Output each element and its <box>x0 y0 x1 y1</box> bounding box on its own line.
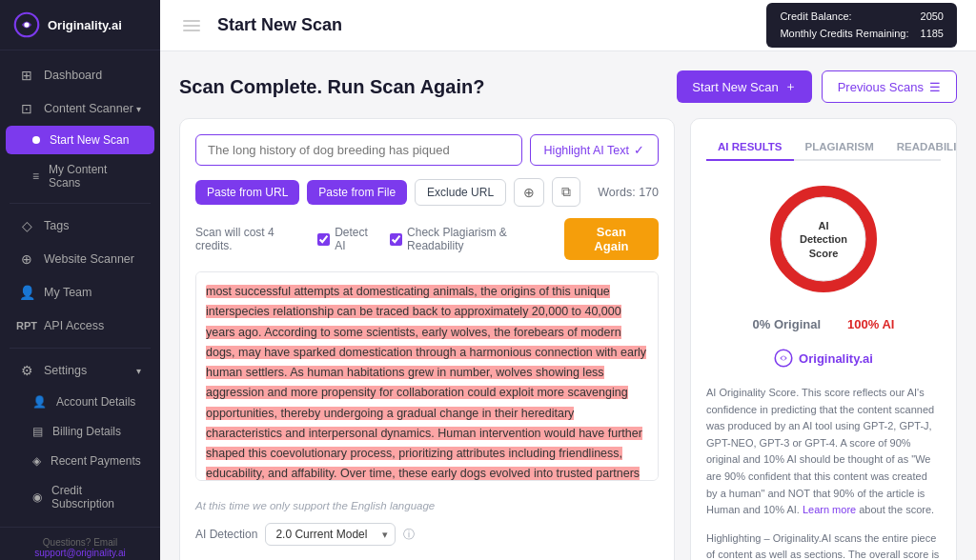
donut-label-line2: Score <box>795 246 852 259</box>
monthly-credits-label: Monthly Credits Remaining: <box>780 26 908 43</box>
sidebar-logo[interactable]: Originality.ai <box>0 0 160 50</box>
sidebar-item-label: Dashboard <box>44 69 102 82</box>
api-access-icon: RPT <box>19 318 34 333</box>
topbar-right: Credit Balance: 2050 Monthly Credits Rem… <box>766 3 957 48</box>
ai-detection-row: AI Detection 2.0 Current Model 1.0 Legac… <box>195 523 659 546</box>
model-info-icon[interactable]: ⓘ <box>403 527 415 543</box>
monthly-credits-value: 1185 <box>921 26 944 43</box>
support-email-link[interactable]: support@originality.ai <box>34 548 126 558</box>
content-scanner-icon: ⊡ <box>19 101 34 116</box>
detect-ai-checkbox[interactable] <box>317 233 330 246</box>
account-details-icon: 👤 <box>32 395 47 409</box>
credit-balance-label: Credit Balance: <box>780 9 851 26</box>
check-icon: ✓ <box>634 143 644 157</box>
website-scanner-label: Website Scanner <box>44 252 134 266</box>
api-access-label: API Access <box>44 319 104 332</box>
start-new-scan-label: Start New Scan <box>692 80 778 94</box>
sidebar-item-account-details[interactable]: 👤 Account Details <box>6 388 154 416</box>
sidebar-item-credit-subscription[interactable]: ◉ Credit Subscription <box>6 476 154 518</box>
plus-icon: ＋ <box>784 78 797 95</box>
logo-text: Originality.ai <box>48 18 122 32</box>
previous-scans-label: Previous Scans <box>838 80 924 94</box>
copy-icon-button[interactable]: ⧉ <box>552 177 580 207</box>
hamburger-line <box>183 30 200 31</box>
ai-pct: 100% <box>847 317 879 331</box>
account-details-label: Account Details <box>56 395 135 409</box>
my-team-icon: 👤 <box>19 285 34 300</box>
donut-chart-container: AI Detection Score <box>706 172 941 306</box>
learn-more-link[interactable]: Learn more <box>803 504 856 515</box>
brand-name: Originality.ai <box>799 351 873 366</box>
dashboard-icon: ⊞ <box>19 68 34 83</box>
sidebar-item-start-new-scan[interactable]: Start New Scan <box>6 126 154 154</box>
highlighted-text: most successful attempts at domesticatin… <box>206 285 646 481</box>
word-count: Words: 170 <box>598 186 659 199</box>
sidebar-item-recent-payments[interactable]: ◈ Recent Payments <box>6 447 154 475</box>
sidebar-item-tags[interactable]: ◇ Tags <box>6 210 154 242</box>
check-plagiarism-checkbox-label[interactable]: Check Plagiarism & Readability <box>390 226 549 252</box>
sidebar-item-content-scanner[interactable]: ⊡ Content Scanner ▾ <box>6 92 154 125</box>
right-panel: AI RESULTS PLAGIARISM READABILITY <box>690 118 957 560</box>
model-select-wrapper[interactable]: 2.0 Current Model 1.0 Legacy Model <box>265 523 396 546</box>
check-plagiarism-checkbox[interactable] <box>390 233 402 246</box>
logo-icon <box>13 11 40 38</box>
sidebar-navigation: ⊞ Dashboard ⊡ Content Scanner ▾ Start Ne… <box>0 50 160 527</box>
paste-from-url-button[interactable]: Paste from URL <box>195 180 299 205</box>
credit-subscription-icon: ◉ <box>32 490 42 504</box>
text-content-area[interactable]: most successful attempts at domesticatin… <box>195 271 659 481</box>
score-row: 0% Original 100% AI <box>706 317 941 331</box>
add-icon-button[interactable]: ⊕ <box>514 178 544 207</box>
donut-chart: AI Detection Score <box>766 182 881 296</box>
two-panel: Highlight AI Text ✓ Paste from URL Paste… <box>179 118 957 560</box>
input-row: Highlight AI Text ✓ <box>195 134 659 166</box>
copy-icon: ⧉ <box>561 184 571 200</box>
tab-plagiarism[interactable]: PLAGIARISM <box>794 134 885 161</box>
content-area: Scan Complete. Run Scan Again? Start New… <box>160 51 976 560</box>
hamburger-line <box>183 25 200 27</box>
sidebar-divider <box>10 203 151 204</box>
scan-header-row: Scan Complete. Run Scan Again? Start New… <box>179 70 957 103</box>
tab-readability[interactable]: READABILITY <box>885 134 957 161</box>
detect-ai-checkbox-label[interactable]: Detect AI <box>317 226 375 252</box>
sidebar-item-dashboard[interactable]: ⊞ Dashboard <box>6 59 154 91</box>
page-title: Start New Scan <box>217 15 342 35</box>
highlighting-note: Highlighting – Originality.AI scans the … <box>706 530 941 560</box>
hamburger-line <box>183 20 200 22</box>
sidebar-item-api-access[interactable]: RPT API Access <box>6 310 154 342</box>
support-text: Questions? Email support@originality.ai <box>11 537 149 558</box>
originality-brand: Originality.ai <box>706 343 941 373</box>
my-team-label: My Team <box>44 286 92 299</box>
sidebar-item-my-team[interactable]: 👤 My Team <box>6 276 154 309</box>
description-body: AI Originality Score. This score reflect… <box>706 387 934 515</box>
tab-ai-results[interactable]: AI RESULTS <box>706 134 794 161</box>
original-score: 0% Original <box>753 317 822 331</box>
sidebar-item-my-content-scans[interactable]: ≡ My Content Scans <box>6 155 154 197</box>
previous-scans-button[interactable]: Previous Scans ☰ <box>822 70 957 103</box>
tags-label: Tags <box>44 219 69 232</box>
highlight-ai-text-button[interactable]: Highlight AI Text ✓ <box>530 134 659 166</box>
start-new-scan-label: Start New Scan <box>50 133 129 147</box>
sidebar-item-website-scanner[interactable]: ⊕ Website Scanner <box>6 243 154 275</box>
start-new-scan-icon <box>32 136 40 144</box>
original-label-text: Original <box>774 317 821 331</box>
sidebar-item-billing-details[interactable]: ▤ Billing Details <box>6 417 154 446</box>
donut-label: AI Detection Score <box>795 219 852 260</box>
donut-label-line1: AI Detection <box>795 219 852 247</box>
topbar: Start New Scan Credit Balance: 2050 Mont… <box>160 0 976 51</box>
plus-icon: ⊕ <box>523 185 535 200</box>
original-pct: 0% <box>753 317 771 331</box>
recent-payments-icon: ◈ <box>32 454 41 468</box>
hamburger-menu[interactable] <box>179 16 204 35</box>
start-new-scan-button[interactable]: Start New Scan ＋ <box>677 70 811 103</box>
scan-text-input[interactable] <box>195 134 522 166</box>
billing-details-icon: ▤ <box>32 425 43 438</box>
paste-from-file-button[interactable]: Paste from File <box>307 180 407 205</box>
model-select[interactable]: 2.0 Current Model 1.0 Legacy Model <box>265 523 396 546</box>
credit-balance-value: 2050 <box>921 9 944 26</box>
exclude-url-button[interactable]: Exclude URL <box>415 179 506 206</box>
sidebar-item-settings[interactable]: ⚙ Settings ▾ <box>6 354 154 387</box>
scan-title: Scan Complete. Run Scan Again? <box>179 76 484 98</box>
scan-again-button[interactable]: Scan Again <box>564 218 659 260</box>
brand-logo-icon <box>774 349 793 368</box>
language-note: At this time we only support the English… <box>195 500 659 511</box>
